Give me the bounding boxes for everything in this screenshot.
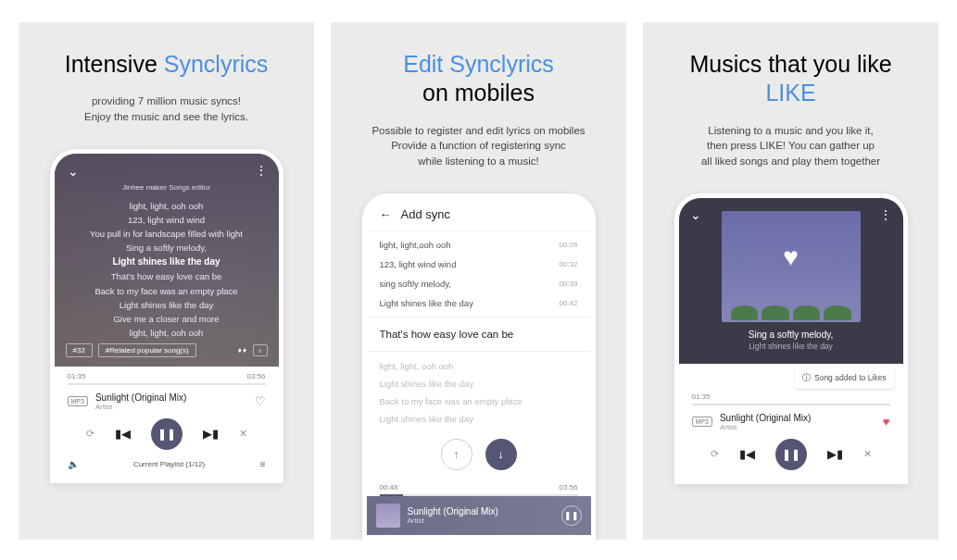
lyrics-view: ⌄ ⋮ Jinhee maker Songs editor light, lig… <box>55 154 279 367</box>
add-sync-header: ← Add sync <box>367 198 591 231</box>
more-icon[interactable]: ⋮ <box>879 207 892 222</box>
sync-row[interactable]: sing softly melody,00:39 <box>380 274 578 293</box>
header-title: Add sync <box>401 207 450 221</box>
mini-player: Sunlight (Original Mix) Artist ❚❚ <box>367 496 591 535</box>
shuffle-icon[interactable]: ✕ <box>239 428 247 440</box>
repeat-icon[interactable]: ⟳ <box>86 428 94 440</box>
heart-icon[interactable]: ♡ <box>255 394 266 408</box>
back-icon[interactable]: ← <box>380 207 392 221</box>
pause-button[interactable]: ❚❚ <box>775 439 807 470</box>
prev-icon[interactable]: ▮◀ <box>115 427 131 441</box>
lyric-badge-icon[interactable]: ♪ <box>253 344 268 356</box>
player-bar: 01:3503:56 MP3 Sunlight (Original Mix) A… <box>55 367 279 479</box>
mp3-badge: MP3 <box>68 396 88 406</box>
title-part: Intensive <box>65 51 164 77</box>
tag-rank[interactable]: #32 <box>66 343 93 357</box>
pending-lyrics: light, light, ooh ooh Light shines like … <box>367 352 591 433</box>
sync-up-button[interactable]: ↑ <box>441 439 472 470</box>
tag-row: #32 #Related popular song(s) ♦♦ ♪ <box>66 343 268 357</box>
chevron-down-icon[interactable]: ⌄ <box>68 164 79 179</box>
synced-lyrics: light, light,ooh ooh00:26 123, light win… <box>367 231 591 317</box>
lyrics-list: light, light, ooh ooh 123, light wind wi… <box>68 199 266 341</box>
heart-icon: ♥ <box>783 243 799 272</box>
mini-pause-button[interactable]: ❚❚ <box>561 505 582 526</box>
volume-icon[interactable]: 🔈 <box>68 459 79 469</box>
sync-row[interactable]: light, light,ooh ooh00:26 <box>380 235 578 255</box>
song-artist: Artist <box>95 403 186 411</box>
hero-title: Intensive Synclyrics <box>65 50 269 79</box>
seek-elapsed: 00:48 <box>380 483 398 492</box>
tag-related[interactable]: #Related popular song(s) <box>98 343 196 357</box>
sync-row[interactable]: 123, light wind wind00:32 <box>380 255 578 274</box>
title-accent: Synclyrics <box>164 51 269 77</box>
hero-title: Musics that you like LIKE <box>689 50 891 108</box>
sync-row[interactable]: Light shines like the day00:42 <box>380 293 578 313</box>
song-title: Sunlight (Original Mix) <box>720 413 811 423</box>
promo-panel-2: Edit Synclyrics on mobiles Possible to r… <box>331 22 626 540</box>
repeat-icon[interactable]: ⟳ <box>711 448 719 460</box>
title-accent: LIKE <box>689 79 891 107</box>
current-lyric: Light shines like the day <box>68 255 266 269</box>
shuffle-icon[interactable]: ✕ <box>863 448 872 460</box>
current-lyric: Sing a softly melody, <box>679 330 903 340</box>
current-sync-lyric[interactable]: That's how easy love can be <box>367 317 591 352</box>
info-icon: ⓘ <box>802 372 811 384</box>
time-total: 03:56 <box>246 372 265 380</box>
song-title: Sunlight (Original Mix) <box>408 506 498 516</box>
playlist-label[interactable]: Current Playlist (1/12) <box>133 460 205 468</box>
phone-mock: ⌄ ⋮ Jinhee maker Songs editor light, lig… <box>50 149 283 483</box>
more-icon[interactable]: ⋮ <box>255 163 268 178</box>
progress-bar[interactable] <box>68 383 266 385</box>
hero-subtitle: providing 7 million music syncs! Enjoy t… <box>84 93 248 124</box>
time-elapsed: 01:35 <box>68 372 86 380</box>
lyric-maker: Jinhee maker Songs editor <box>68 183 266 192</box>
album-art: ♥ <box>722 211 861 322</box>
pause-button[interactable]: ❚❚ <box>151 418 183 450</box>
playlist-icon[interactable]: ≡ <box>260 459 266 469</box>
next-icon[interactable]: ▶▮ <box>827 447 843 461</box>
title-accent: Edit Synclyrics <box>403 50 554 79</box>
next-icon[interactable]: ▶▮ <box>203 427 219 441</box>
title-part: Musics that you like <box>689 50 891 79</box>
song-title: Sunlight (Original Mix) <box>95 392 186 403</box>
mp3-badge: MP3 <box>692 417 712 427</box>
hero-subtitle: Possible to register and edit lyrics on … <box>371 123 585 169</box>
seek-total: 03:56 <box>559 483 577 492</box>
chevron-down-icon[interactable]: ⌄ <box>690 207 701 222</box>
prev-icon[interactable]: ▮◀ <box>739 447 755 461</box>
phone-mock: ← Add sync light, light,ooh ooh00:26 123… <box>362 193 596 540</box>
player-bar: 01:35 MP3 Sunlight (Original Mix) Artist… <box>679 387 903 479</box>
time-elapsed: 01:35 <box>692 392 711 401</box>
phone-mock: ⌄ ⋮ ♥ Sing a softly melody, Light shines… <box>674 193 908 484</box>
song-artist: Artist <box>408 516 498 525</box>
promo-panel-1: Intensive Synclyrics providing 7 million… <box>19 22 314 540</box>
now-playing-cover: ⌄ ⋮ ♥ Sing a softly melody, Light shines… <box>679 198 903 364</box>
title-part: on mobiles <box>403 79 554 107</box>
progress-bar[interactable] <box>692 404 890 405</box>
album-art <box>376 504 400 528</box>
seek-bar[interactable] <box>380 494 578 496</box>
equalizer-icon[interactable]: ♦♦ <box>238 346 247 355</box>
song-artist: Artist <box>720 423 811 431</box>
sync-down-button[interactable]: ↓ <box>485 439 517 470</box>
heart-icon[interactable]: ♥ <box>883 415 890 429</box>
toast-liked: ⓘ Song added to Likes <box>795 367 894 389</box>
next-lyric: Light shines like the day <box>679 342 903 351</box>
hero-title: Edit Synclyrics on mobiles <box>403 50 554 108</box>
hero-subtitle: Listening to a music and you like it, th… <box>701 123 880 169</box>
promo-panel-3: Musics that you like LIKE Listening to a… <box>643 22 938 540</box>
